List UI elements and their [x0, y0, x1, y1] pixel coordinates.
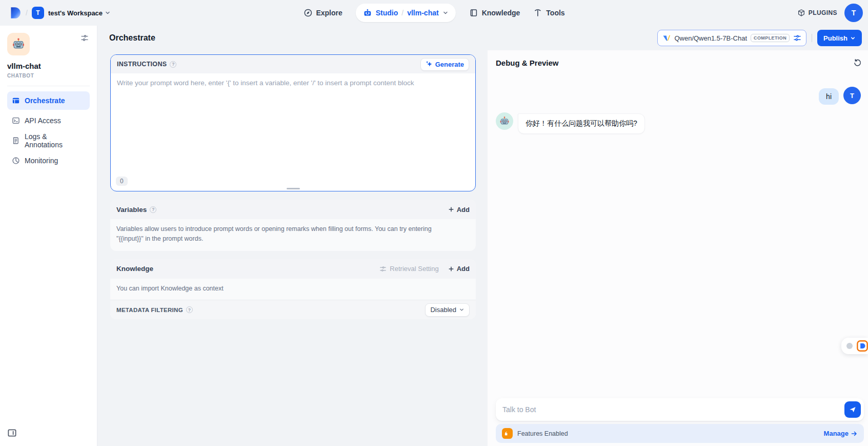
retrieval-sliders-icon	[379, 265, 387, 273]
robot-icon	[499, 116, 510, 126]
model-selector[interactable]: Qwen/Qwen1.5-7B-Chat COMPLETION	[657, 30, 806, 46]
publish-button[interactable]: Publish	[817, 30, 862, 46]
send-icon	[849, 405, 857, 414]
features-label: Features Enabled	[517, 430, 568, 437]
add-knowledge-button[interactable]: Add	[448, 265, 470, 273]
metadata-filtering-dropdown[interactable]: Disabled	[425, 303, 470, 317]
variables-panel: Variables Add Variables allow users to i…	[110, 200, 476, 251]
send-button[interactable]	[844, 401, 861, 418]
top-header: / T test's Workspace Explore Studio / vl…	[0, 0, 868, 26]
nav-current-app: vllm-chat	[407, 9, 438, 17]
instructions-input[interactable]	[117, 79, 469, 185]
resize-handle[interactable]	[287, 188, 300, 189]
generate-label: Generate	[435, 61, 464, 68]
add-variable-button[interactable]: Add	[448, 206, 470, 214]
floating-widget[interactable]	[841, 338, 868, 354]
features-icon	[502, 428, 513, 439]
publish-label: Publish	[823, 34, 847, 42]
plus-icon	[448, 206, 454, 212]
knowledge-panel: Knowledge Retrieval Setting	[110, 259, 476, 319]
add-label: Add	[457, 265, 470, 273]
terminal-icon	[12, 117, 20, 125]
sidebar-divider	[7, 86, 90, 86]
chevron-down-icon[interactable]	[442, 10, 449, 16]
model-mode-badge: COMPLETION	[751, 34, 790, 42]
vllm-logo-icon	[662, 34, 671, 42]
model-params-icon[interactable]	[793, 34, 801, 42]
nav-knowledge[interactable]: Knowledge	[469, 8, 520, 17]
knowledge-icon	[469, 8, 478, 17]
debug-preview-title: Debug & Preview	[496, 59, 559, 67]
restart-conversation-icon[interactable]	[852, 57, 863, 68]
manage-label: Manage	[824, 430, 849, 437]
chat-input-container	[496, 398, 864, 421]
user-message-bubble: hi	[819, 88, 839, 105]
generate-button[interactable]: Generate	[420, 58, 469, 71]
sidebar-item-label: Logs & Annotations	[25, 132, 85, 149]
dify-logo[interactable]	[8, 6, 22, 20]
explore-icon	[303, 8, 312, 17]
chat-area: hi T	[488, 72, 868, 398]
nav-studio-label: Studio	[376, 9, 398, 17]
monitoring-icon	[12, 157, 20, 165]
user-avatar[interactable]: T	[844, 4, 863, 22]
variables-title: Variables	[116, 206, 147, 214]
sidebar-item-api-access[interactable]: API Access	[7, 111, 90, 130]
studio-robot-icon	[363, 8, 372, 17]
character-count: 0	[116, 177, 128, 186]
app-sidebar: vllm-chat CHATBOT Orchestrate API Access…	[0, 26, 97, 446]
workspace-avatar[interactable]: T	[32, 7, 44, 19]
breadcrumb: / T test's Workspace	[8, 6, 111, 20]
instructions-panel: INSTRUCTIONS Generate 0	[110, 54, 476, 191]
orchestrate-icon	[12, 96, 20, 105]
chevron-down-icon	[459, 307, 465, 313]
nav-knowledge-label: Knowledge	[482, 9, 520, 17]
plugins-button[interactable]: PLUGINS	[797, 9, 837, 17]
nav-explore-label: Explore	[316, 9, 342, 17]
nav-tools[interactable]: Tools	[533, 8, 564, 17]
features-bar: Features Enabled Manage	[496, 424, 864, 443]
chat-message-assistant: 你好！有什么问题我可以帮助你吗?	[496, 112, 861, 134]
sidebar-item-logs-annotations[interactable]: Logs & Annotations	[7, 131, 90, 150]
sparkles-icon	[426, 61, 433, 68]
chat-message-user: hi T	[496, 87, 861, 105]
nav-separator: /	[401, 9, 403, 17]
manage-features-link[interactable]: Manage	[824, 430, 858, 437]
sidebar-item-orchestrate[interactable]: Orchestrate	[7, 91, 90, 110]
plugins-box-icon	[797, 9, 805, 17]
bot-chat-avatar	[496, 112, 513, 130]
assistant-message-bubble: 你好！有什么问题我可以帮助你吗?	[518, 113, 645, 134]
debug-preview-panel: Debug & Preview hi T	[488, 50, 868, 446]
collapse-sidebar-icon[interactable]	[7, 428, 17, 440]
knowledge-title: Knowledge	[116, 265, 153, 273]
help-icon	[186, 306, 193, 313]
nav-studio-pill[interactable]: Studio / vllm-chat	[356, 4, 456, 22]
breadcrumb-separator: /	[26, 9, 28, 17]
arrow-right-icon	[851, 430, 858, 437]
nav-tools-label: Tools	[546, 9, 564, 17]
toolbar-divider	[812, 34, 812, 42]
metadata-filtering-value: Disabled	[430, 306, 456, 314]
robot-icon	[12, 37, 25, 51]
chevron-down-icon	[105, 10, 111, 16]
retrieval-setting-button[interactable]: Retrieval Setting	[379, 265, 438, 273]
instructions-title: INSTRUCTIONS	[117, 61, 167, 68]
page-title: Orchestrate	[109, 33, 155, 43]
retrieval-setting-label: Retrieval Setting	[390, 265, 438, 273]
sidebar-item-monitoring[interactable]: Monitoring	[7, 151, 90, 170]
help-icon	[150, 206, 156, 213]
plus-icon	[448, 266, 454, 272]
sidebar-item-label: Orchestrate	[25, 96, 65, 105]
app-icon[interactable]	[7, 33, 30, 55]
model-name: Qwen/Qwen1.5-7B-Chat	[674, 34, 747, 42]
nav-explore[interactable]: Explore	[303, 8, 342, 17]
sidebar-item-label: Monitoring	[25, 157, 58, 165]
app-type-badge: CHATBOT	[7, 73, 90, 79]
chat-input[interactable]	[502, 405, 844, 414]
primary-nav: Explore Studio / vllm-chat Knowledge Too…	[303, 0, 564, 26]
plugins-label: PLUGINS	[809, 9, 837, 16]
metadata-filtering-row: METADATA FILTERING Disabled	[110, 300, 476, 319]
workspace-switcher[interactable]: test's Workspace	[48, 9, 111, 17]
workspace-name: test's Workspace	[48, 9, 103, 17]
app-settings-icon[interactable]	[79, 33, 90, 45]
